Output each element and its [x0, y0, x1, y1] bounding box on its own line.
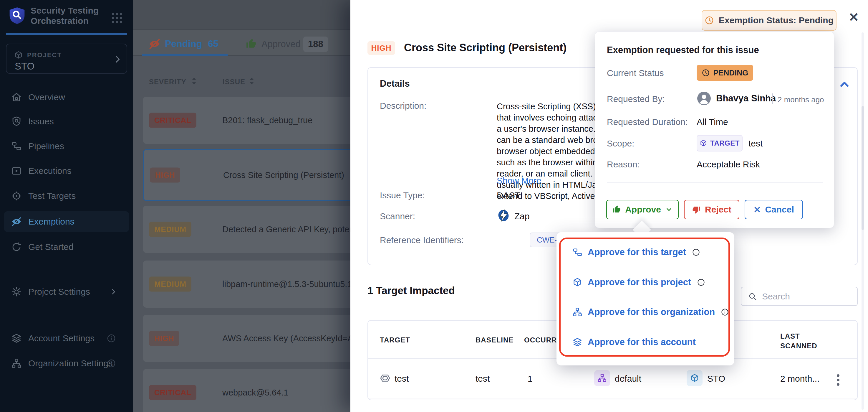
description-label: Description: [380, 101, 426, 111]
thumbs-down-icon [692, 205, 701, 214]
issue-row[interactable]: MEDIUM Detected a Generic API Key, poten… [143, 206, 350, 253]
drawer-scrollbar-thumb[interactable] [862, 106, 864, 230]
sidebar-item-issues[interactable]: Issues [4, 111, 129, 132]
issue-title: Detected a Generic API Key, potential [222, 225, 350, 234]
issue-title: webpack@5.64.1 [222, 388, 288, 398]
issue-title: B201: flask_debug_true [222, 116, 312, 125]
reason-label: Reason: [607, 159, 640, 170]
info-icon[interactable] [721, 308, 729, 316]
sidebar-item-label: Account Settings [28, 333, 94, 343]
home-icon [11, 92, 22, 102]
cancel-button[interactable]: ✕ Cancel [745, 200, 803, 219]
reject-button[interactable]: Reject [684, 200, 739, 219]
sidebar-item-project-settings[interactable]: Project Settings [4, 282, 129, 302]
column-header-severity[interactable]: SEVERITY [149, 78, 186, 86]
scanner-value: Zap [515, 211, 530, 221]
column-header-issue[interactable]: ISSUE [223, 78, 245, 86]
clock-icon [705, 16, 714, 25]
menu-item-approve-project[interactable]: Approve for this project [557, 275, 734, 290]
collapse-chevron-up-icon[interactable] [838, 78, 851, 91]
menu-item-approve-organization[interactable]: Approve for this organization [557, 304, 734, 320]
issue-row[interactable]: MEDIUM libpam-runtime@1.5.3-5ubuntu5.1 [143, 261, 350, 308]
sidebar-item-test-targets[interactable]: Test Targets [4, 186, 129, 206]
cell-project: STO [707, 374, 725, 384]
severity-badge: MEDIUM [149, 222, 191, 237]
sidebar-item-label: Exemptions [28, 216, 74, 227]
requested-ago: 2 months ago [778, 95, 824, 104]
show-more-link[interactable]: Show More [497, 176, 541, 186]
search-input[interactable] [762, 291, 844, 301]
reason-value: Acceptable Risk [696, 159, 760, 170]
clock-icon [702, 69, 710, 77]
row-menu-kebab-icon[interactable] [837, 373, 840, 387]
exemptions-list-panel: Pending 65 Approved 188 SEVERITY ISSUE C… [133, 0, 350, 412]
sidebar-item-pipelines[interactable]: Pipelines [4, 136, 129, 156]
tab-approved-label: Approved [261, 39, 301, 50]
page-header-strip [133, 0, 350, 30]
approve-button[interactable]: Approve [606, 200, 679, 219]
play-square-icon [11, 166, 22, 176]
issue-title: Cross Site Scripting (Persistent) [223, 170, 344, 180]
rocket-icon [11, 242, 22, 252]
thumbs-up-icon [612, 205, 621, 214]
project-value: STO [15, 61, 34, 72]
target-box-icon [700, 139, 707, 147]
scope-label: Scope: [607, 139, 634, 149]
tab-pending-count: 65 [208, 38, 218, 49]
menu-item-approve-target[interactable]: Approve for this target [557, 245, 734, 260]
cell-target[interactable]: test [395, 374, 409, 384]
issue-row-selected[interactable]: HIGH Cross Site Scripting (Persistent) [143, 149, 350, 201]
issue-title: libpam-runtime@1.5.3-5ubuntu5.1 [222, 279, 350, 289]
org-chart-icon [597, 373, 607, 383]
sidebar-item-label: Executions [28, 166, 71, 176]
exemption-request-popup: Exemption requested for this issue Curre… [595, 32, 834, 228]
severity-badge-high: HIGH [368, 41, 395, 55]
layers-icon [11, 333, 22, 344]
table-header-baseline: BASELINE [475, 336, 514, 344]
sidebar: Security Testing Orchestration PROJECT S… [0, 0, 133, 412]
table-header-target: TARGET [380, 336, 410, 344]
module-grid-icon[interactable] [110, 11, 124, 25]
sidebar-item-executions[interactable]: Executions [4, 160, 129, 181]
severity-badge: CRITICAL [149, 113, 196, 128]
issue-row[interactable]: HIGH AWS Access Key (AccessKeyId=AKIAI [143, 315, 350, 362]
sidebar-item-overview[interactable]: Overview [4, 87, 129, 108]
table-header-last-scanned: LAST SCANNED [780, 331, 830, 351]
exemption-status-chip[interactable]: Exemption Status: Pending [702, 10, 837, 31]
close-icon[interactable]: ✕ [848, 10, 859, 25]
issue-row[interactable]: CRITICAL B201: flask_debug_true [143, 97, 350, 144]
sidebar-item-exemptions[interactable]: Exemptions [4, 211, 129, 232]
menu-item-label: Approve for this target [588, 247, 686, 258]
requested-duration-label: Requested Duration: [607, 117, 688, 127]
sort-icon[interactable] [189, 76, 199, 86]
sidebar-item-account-settings[interactable]: Account Settings [4, 328, 129, 349]
project-selector[interactable]: PROJECT STO [6, 43, 127, 74]
issue-row[interactable]: CRITICAL webpack@5.64.1 [143, 369, 350, 412]
menu-item-approve-account[interactable]: Approve for this account [557, 334, 734, 350]
sidebar-item-label: Test Targets [28, 191, 76, 201]
cell-baseline: test [475, 374, 490, 384]
reference-identifiers-label: Reference Identifiers: [380, 235, 464, 245]
info-icon[interactable] [106, 359, 116, 368]
popup-divider [607, 182, 823, 183]
requested-by-label: Requested By: [607, 94, 665, 104]
info-icon[interactable] [692, 248, 700, 256]
sidebar-item-organization-settings[interactable]: Organization Settings [4, 353, 129, 374]
info-icon[interactable] [106, 333, 116, 343]
requested-duration-value: All Time [696, 117, 728, 127]
cube-icon [572, 277, 582, 287]
pipelines-icon [11, 141, 22, 151]
sort-icon[interactable] [247, 76, 257, 86]
chevron-right-icon [113, 54, 123, 64]
sidebar-accent-rule [6, 33, 127, 35]
pipeline-target-icon [572, 247, 582, 257]
avatar [696, 91, 711, 106]
sidebar-item-get-started[interactable]: Get Started [4, 237, 129, 257]
search-box[interactable] [741, 287, 858, 306]
tab-pending-label: Pending [165, 38, 202, 49]
requested-by-value: Bhavya Sinha [716, 93, 776, 104]
severity-badge: CRITICAL [149, 385, 196, 400]
pending-status-badge: PENDING [696, 65, 753, 81]
reject-button-label: Reject [705, 205, 732, 214]
info-icon[interactable] [697, 278, 705, 287]
